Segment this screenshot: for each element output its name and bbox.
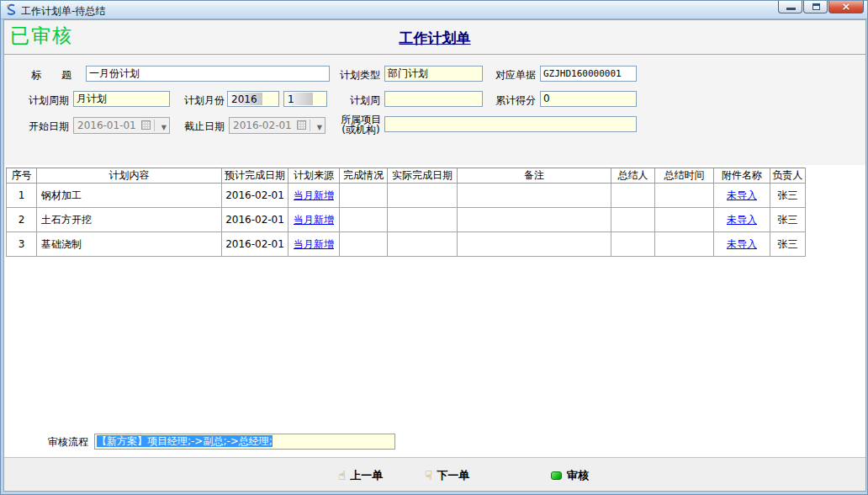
cell-status [340, 184, 388, 208]
col-header-remark: 备注 [458, 168, 611, 184]
ref-doc-label: 对应单据 [490, 69, 536, 81]
calendar-icon [141, 120, 151, 130]
col-header-due: 预计完成日期 [222, 168, 288, 184]
total-score-label: 累计得分 [490, 94, 536, 106]
audit-green-icon [551, 471, 562, 480]
table-row: 2 土石方开挖 2016-02-01 当月新增 未导入 张三 [7, 208, 806, 232]
divider [154, 120, 155, 131]
cell-status [340, 232, 388, 257]
col-header-summary-time: 总结时间 [655, 168, 714, 184]
end-date-value: 2016-02-01 [233, 120, 292, 131]
approval-flow-selected-text: 【新方案】项目经理;->副总;->总经理; [97, 435, 273, 447]
minimize-icon [786, 8, 796, 10]
plan-month-label: 计划月份 [179, 94, 225, 106]
audit-button[interactable]: 审核 [551, 468, 589, 483]
plan-year-spinner[interactable]: 2016 [227, 91, 279, 107]
col-header-no: 序号 [7, 168, 37, 184]
cell-actual [388, 208, 458, 232]
previous-doc-button[interactable]: ☝ 上一单 [338, 468, 383, 483]
window-title: 工作计划单-待总结 [21, 4, 105, 19]
col-header-owner: 负责人 [770, 168, 806, 184]
cell-no: 1 [7, 184, 37, 208]
project-label: 所属项目 (或机构) [338, 114, 384, 135]
cell-source: 当月新增 [288, 208, 340, 232]
plan-year-value: 2016 [229, 93, 262, 105]
cell-due: 2016-02-01 [222, 232, 288, 257]
app-window: 工作计划单-待总结 × 已审核 工作计划单 标 题 一月份计划 计划类型 部门计… [0, 0, 868, 495]
cell-owner: 张三 [770, 208, 806, 232]
source-link[interactable]: 当月新增 [294, 214, 334, 226]
close-button[interactable]: × [828, 1, 864, 13]
source-link[interactable]: 当月新增 [294, 238, 334, 250]
title-input[interactable]: 一月份计划 [86, 66, 330, 82]
chevron-down-icon[interactable]: ▼ [317, 121, 322, 135]
cell-due: 2016-02-01 [222, 208, 288, 232]
cell-summarizer [611, 232, 655, 257]
minimize-button[interactable] [778, 1, 802, 13]
cell-source: 当月新增 [288, 232, 340, 257]
cell-content: 基础浇制 [37, 232, 222, 257]
plan-week-label: 计划周 [335, 94, 380, 106]
chevron-down-icon[interactable]: ▼ [161, 121, 167, 135]
plan-items-table: 序号 计划内容 预计完成日期 计划来源 完成情况 实际完成日期 备注 总结人 总… [6, 168, 806, 257]
audit-label: 审核 [567, 468, 589, 483]
start-date-value: 2016-01-01 [77, 120, 136, 131]
maximize-icon [812, 3, 820, 10]
app-logo-icon [5, 3, 18, 16]
plan-month-spinner[interactable]: 1 [283, 91, 327, 107]
next-doc-button[interactable]: ☟ 下一单 [425, 468, 469, 483]
attachment-link[interactable]: 未导入 [727, 214, 757, 226]
col-header-source: 计划来源 [288, 168, 340, 184]
table-header-row: 序号 计划内容 预计完成日期 计划来源 完成情况 实际完成日期 备注 总结人 总… [7, 168, 806, 184]
plan-week-input[interactable] [384, 91, 483, 107]
attachment-link[interactable]: 未导入 [727, 238, 757, 250]
cell-summarizer [611, 208, 655, 232]
plan-cycle-label: 计划周期 [24, 94, 69, 106]
plan-month-value: 1 [285, 93, 313, 105]
approval-flow-input[interactable]: 【新方案】项目经理;->副总;->总经理; [94, 434, 395, 450]
hand-up-icon: ☝ [338, 468, 346, 483]
project-input[interactable] [384, 116, 637, 132]
title-bar[interactable]: 工作计划单-待总结 × [1, 1, 868, 19]
col-header-content: 计划内容 [37, 168, 222, 184]
start-date-picker[interactable]: 2016-01-01 ▼ [73, 117, 170, 134]
ref-doc-input[interactable]: GZJHD160000001 [540, 66, 637, 82]
start-date-label: 开始日期 [24, 120, 69, 132]
cell-summary-time [655, 232, 714, 257]
total-score-input[interactable]: 0 [540, 91, 637, 107]
cell-owner: 张三 [770, 232, 806, 257]
col-header-actual: 实际完成日期 [388, 168, 458, 184]
calendar-icon [297, 120, 306, 130]
window-controls: × [777, 1, 864, 14]
cell-remark [458, 184, 611, 208]
cell-summary-time [655, 184, 714, 208]
hand-down-icon: ☟ [425, 468, 432, 483]
footer-bar: ☝ 上一单 ☟ 下一单 审核 [4, 457, 865, 491]
approval-flow-label: 审核流程 [48, 436, 88, 448]
cell-owner: 张三 [770, 184, 806, 208]
cell-actual [388, 184, 458, 208]
cell-actual [388, 232, 458, 257]
source-link[interactable]: 当月新增 [294, 189, 334, 201]
next-doc-label: 下一单 [437, 468, 469, 483]
maximize-button[interactable] [803, 1, 828, 13]
cell-summarizer [611, 184, 655, 208]
cell-no: 2 [7, 208, 37, 232]
plan-type-label: 计划类型 [335, 69, 380, 81]
plan-cycle-input[interactable]: 月计划 [73, 91, 170, 107]
end-date-picker[interactable]: 2016-02-01 ▼ [229, 117, 326, 134]
divider [310, 120, 310, 131]
cell-summary-time [655, 208, 714, 232]
cell-attachment: 未导入 [714, 232, 770, 257]
cell-attachment: 未导入 [714, 208, 770, 232]
table-row: 1 钢材加工 2016-02-01 当月新增 未导入 张三 [7, 184, 806, 208]
sheet-title: 工作计划单 [4, 29, 865, 48]
cell-status [340, 208, 388, 232]
cell-content: 钢材加工 [37, 184, 222, 208]
attachment-link[interactable]: 未导入 [727, 189, 757, 201]
cell-remark [458, 232, 611, 257]
plan-type-input[interactable]: 部门计划 [384, 66, 483, 82]
cell-remark [458, 208, 611, 232]
col-header-attachment: 附件名称 [714, 168, 770, 184]
header-strip: 已审核 工作计划单 [4, 20, 865, 55]
